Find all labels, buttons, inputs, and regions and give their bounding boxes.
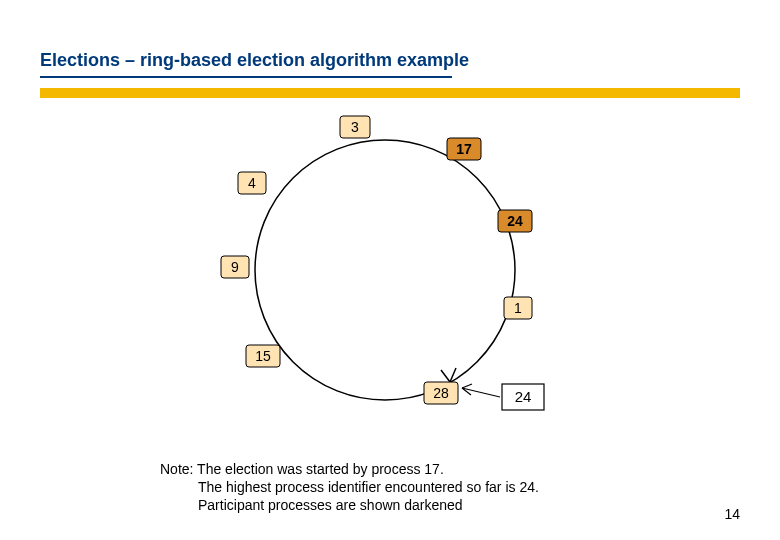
node-label: 24 (507, 213, 523, 229)
page-number: 14 (724, 506, 740, 522)
node-label: 15 (255, 348, 271, 364)
ring-svg: 24 3 17 24 1 28 15 9 (200, 110, 580, 440)
node-label: 17 (456, 141, 472, 157)
node-17: 17 (447, 138, 481, 160)
node-4: 4 (238, 172, 266, 194)
node-label: 9 (231, 259, 239, 275)
node-label: 3 (351, 119, 359, 135)
node-9: 9 (221, 256, 249, 278)
ring-circle (255, 140, 515, 400)
node-label: 4 (248, 175, 256, 191)
node-label: 28 (433, 385, 449, 401)
message-label: 24 (515, 388, 532, 405)
node-28: 28 (424, 382, 458, 404)
page-title: Elections – ring-based election algorith… (40, 50, 469, 71)
note-block: Note: The election was started by proces… (160, 460, 539, 515)
gold-divider-bar (40, 88, 740, 98)
node-15: 15 (246, 345, 280, 367)
note-line-1: Note: The election was started by proces… (160, 460, 539, 478)
node-1: 1 (504, 297, 532, 319)
title-underline (40, 76, 452, 78)
note-line-3: Participant processes are shown darkened (160, 496, 539, 514)
node-label: 1 (514, 300, 522, 316)
ring-diagram: 24 3 17 24 1 28 15 9 (200, 110, 580, 440)
node-3: 3 (340, 116, 370, 138)
node-24: 24 (498, 210, 532, 232)
note-line-2: The highest process identifier encounter… (160, 478, 539, 496)
